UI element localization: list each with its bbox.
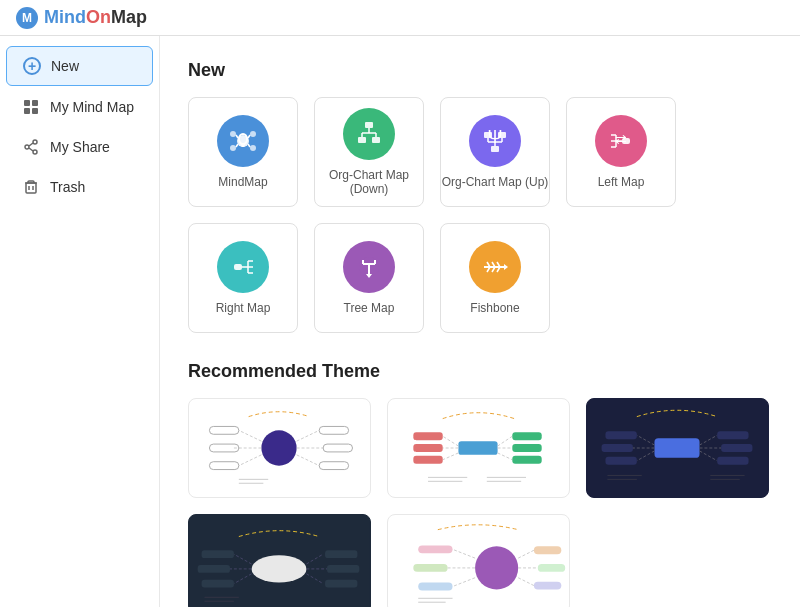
svg-rect-5	[32, 108, 38, 114]
sidebar-item-new[interactable]: + New	[6, 46, 153, 86]
sidebar-item-trash[interactable]: Trash	[6, 168, 153, 206]
orgchart-up-label: Org-Chart Map (Up)	[442, 175, 549, 189]
svg-text:⇄: ⇄	[615, 131, 627, 147]
svg-line-144	[518, 578, 534, 586]
svg-rect-48	[234, 264, 242, 270]
svg-text:Ψ: Ψ	[487, 127, 502, 147]
svg-line-91	[498, 436, 513, 446]
svg-rect-107	[602, 444, 633, 452]
fishbone-label: Fishbone	[470, 301, 519, 315]
svg-point-7	[25, 145, 29, 149]
svg-rect-125	[198, 565, 230, 573]
svg-rect-84	[458, 441, 497, 455]
sidebar: + New My Mind Map	[0, 36, 160, 607]
svg-rect-75	[209, 462, 238, 470]
svg-rect-3	[32, 100, 38, 106]
svg-rect-26	[365, 122, 373, 128]
sidebar-item-myshare-label: My Share	[50, 139, 110, 155]
orgchart-down-icon-circle	[343, 108, 395, 160]
left-map-label: Left Map	[598, 175, 645, 189]
svg-rect-32	[372, 137, 380, 143]
svg-rect-73	[209, 426, 238, 434]
svg-line-21	[236, 144, 238, 147]
svg-line-22	[248, 144, 250, 147]
svg-point-16	[250, 131, 256, 137]
map-card-right[interactable]: Right Map	[188, 223, 298, 333]
svg-point-15	[230, 131, 236, 137]
orgchart-down-label: Org-Chart Map (Down)	[315, 168, 423, 196]
svg-point-6	[33, 140, 37, 144]
svg-rect-106	[605, 431, 636, 439]
svg-rect-96	[512, 456, 541, 464]
svg-line-93	[498, 453, 513, 460]
map-card-left[interactable]: ⇄ Left Map	[566, 97, 676, 207]
tree-map-icon-circle	[343, 241, 395, 293]
svg-line-70	[239, 430, 262, 441]
svg-rect-80	[323, 444, 352, 452]
svg-rect-139	[418, 545, 452, 553]
sidebar-item-myshare[interactable]: My Share	[6, 128, 153, 166]
logo: M MindOnMap	[16, 7, 147, 29]
svg-rect-124	[202, 550, 234, 558]
svg-rect-140	[413, 564, 447, 572]
svg-point-8	[33, 150, 37, 154]
trash-icon	[22, 178, 40, 196]
svg-rect-89	[413, 444, 442, 452]
fishbone-icon-circle	[469, 241, 521, 293]
svg-rect-81	[319, 462, 348, 470]
svg-marker-68	[504, 264, 508, 270]
main-layout: + New My Mind Map	[0, 36, 800, 607]
header: M MindOnMap	[0, 0, 800, 36]
svg-rect-141	[418, 583, 452, 591]
svg-line-72	[239, 455, 262, 466]
svg-point-120	[252, 555, 307, 582]
sidebar-item-mymindmap[interactable]: My Mind Map	[6, 88, 153, 126]
svg-rect-145	[534, 546, 561, 554]
new-plus-icon: +	[23, 57, 41, 75]
svg-point-69	[261, 430, 296, 465]
svg-rect-108	[605, 457, 636, 465]
svg-rect-146	[538, 564, 565, 572]
svg-line-76	[297, 430, 320, 441]
maps-grid: MindMap Org-Chart Map (Down)	[188, 97, 772, 333]
theme-card-1[interactable]	[188, 398, 371, 498]
svg-rect-113	[721, 444, 752, 452]
svg-rect-11	[26, 183, 36, 193]
right-map-icon-circle	[217, 241, 269, 293]
tree-map-label: Tree Map	[344, 301, 395, 315]
svg-line-9	[29, 143, 33, 146]
content-area: New	[160, 36, 800, 607]
svg-point-18	[250, 145, 256, 151]
sidebar-item-trash-label: Trash	[50, 179, 85, 195]
theme-card-5[interactable]	[387, 514, 570, 607]
svg-rect-132	[325, 580, 357, 588]
theme-card-4[interactable]	[188, 514, 371, 607]
svg-point-135	[475, 546, 518, 589]
map-card-orgchart-up[interactable]: Ψ Org-Chart Map (Up)	[440, 97, 550, 207]
svg-rect-130	[325, 550, 357, 558]
theme-card-2[interactable]	[387, 398, 570, 498]
svg-rect-102	[654, 438, 699, 458]
left-map-icon-circle: ⇄	[595, 115, 647, 167]
svg-rect-112	[717, 431, 748, 439]
map-card-fishbone[interactable]: Fishbone	[440, 223, 550, 333]
orgchart-up-icon-circle: Ψ	[469, 115, 521, 167]
map-card-tree[interactable]: Tree Map	[314, 223, 424, 333]
svg-rect-95	[512, 444, 541, 452]
svg-rect-2	[24, 100, 30, 106]
svg-line-142	[518, 550, 534, 558]
svg-text:M: M	[22, 11, 32, 25]
svg-line-138	[453, 578, 476, 587]
svg-rect-90	[413, 456, 442, 464]
mymindmap-icon	[22, 98, 40, 116]
theme-card-3[interactable]	[586, 398, 769, 498]
svg-line-87	[443, 453, 459, 460]
svg-rect-114	[717, 457, 748, 465]
map-card-orgchart-down[interactable]: Org-Chart Map (Down)	[314, 97, 424, 207]
svg-line-20	[248, 135, 250, 138]
map-card-mindmap[interactable]: MindMap	[188, 97, 298, 207]
svg-rect-126	[202, 580, 234, 588]
myshare-icon	[22, 138, 40, 156]
mindmap-icon-circle	[217, 115, 269, 167]
svg-line-19	[236, 135, 238, 138]
